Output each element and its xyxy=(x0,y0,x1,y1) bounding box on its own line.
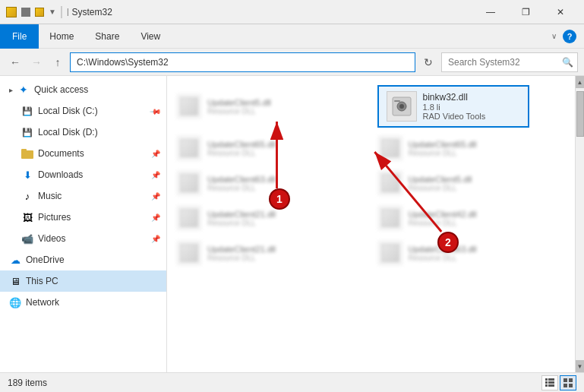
maximize-button[interactable]: ❐ xyxy=(508,0,543,24)
title-bar: ▼ | System32 — ❐ ✕ xyxy=(0,0,584,24)
svg-rect-10 xyxy=(545,378,548,381)
file-icon xyxy=(378,136,402,160)
file-name: UpdateClient5.dll xyxy=(409,175,472,184)
sidebar-label: Network xyxy=(26,297,160,308)
content-area[interactable]: UpdateClient5.dll Resource DLL xyxy=(167,76,575,372)
sidebar-label: Local Disk (C:) xyxy=(38,106,147,116)
file-type: Resource DLL xyxy=(207,184,276,192)
file-type: Resource DLL xyxy=(409,149,477,157)
music-icon: ♪ xyxy=(21,190,33,202)
svg-rect-18 xyxy=(563,384,567,387)
svg-rect-13 xyxy=(548,381,554,384)
view-buttons xyxy=(541,375,576,390)
sidebar-label: Quick access xyxy=(34,84,160,95)
search-input[interactable] xyxy=(448,57,562,68)
file-icon xyxy=(177,241,201,265)
file-name: UpdateClient63.dll xyxy=(207,175,276,184)
file-type: Resource DLL xyxy=(207,219,276,227)
refresh-button[interactable]: ↻ xyxy=(418,52,438,72)
file-name: UpdateClient63.dll xyxy=(409,245,477,254)
sidebar-item-quick-access[interactable]: ▸ ✦ Quick access xyxy=(0,79,166,100)
svg-rect-14 xyxy=(545,384,548,387)
menu-share[interactable]: Share xyxy=(84,24,130,49)
sidebar-item-documents[interactable]: Documents 📌 xyxy=(0,143,166,164)
file-type: Resource DLL xyxy=(409,254,477,262)
pin-icon-4: 📌 xyxy=(151,192,160,201)
scrollbar[interactable]: ▲ ▼ xyxy=(575,76,584,372)
file-item[interactable]: UpdateClient5.dll Resource DLL xyxy=(371,166,573,201)
sidebar-item-this-pc[interactable]: 🖥 This PC xyxy=(0,270,166,292)
file-icon xyxy=(378,171,402,195)
sidebar-item-onedrive[interactable]: ☁ OneDrive xyxy=(0,249,166,270)
search-box[interactable]: 🔍 xyxy=(441,52,578,72)
sidebar-item-videos[interactable]: 📹 Videos 📌 xyxy=(0,228,166,249)
sidebar-label: Downloads xyxy=(38,169,147,180)
expand-icon: ∨ xyxy=(551,32,557,40)
file-item[interactable]: UpdateClient63.dll Resource DLL xyxy=(371,236,573,270)
sidebar-item-local-d[interactable]: 💾 Local Disk (D:) xyxy=(0,122,166,143)
scroll-thumb[interactable] xyxy=(576,91,584,137)
menu-file[interactable]: File xyxy=(0,24,39,49)
svg-rect-5 xyxy=(394,100,400,102)
pin-icon-2: 📌 xyxy=(151,150,160,158)
sidebar-item-pictures[interactable]: 🖼 Pictures 📌 xyxy=(0,207,166,228)
file-type: Resource DLL xyxy=(409,219,477,227)
menu-expand: ∨ ? xyxy=(544,25,584,48)
file-item[interactable]: UpdateClient5.dll Resource DLL xyxy=(170,82,371,131)
file-type: Resource DLL xyxy=(207,107,271,115)
file-name: UpdateClient65.dll xyxy=(207,140,276,149)
downloads-icon: ⬇ xyxy=(21,169,33,181)
file-item[interactable]: UpdateClient21.dll Resource DLL xyxy=(170,201,371,236)
file-item[interactable]: UpdateClient21.dll Resource DLL xyxy=(170,236,371,270)
sidebar-item-local-c[interactable]: 💾 Local Disk (C:) 📌 xyxy=(0,100,166,122)
selected-file-size: 1.8 li xyxy=(423,103,486,112)
selected-file-container: binkw32.dll 1.8 li RAD Video Tools xyxy=(371,82,573,131)
file-type: Resource DLL xyxy=(409,184,472,192)
list-view-button[interactable] xyxy=(541,375,558,390)
star-icon: ✦ xyxy=(17,84,30,96)
forward-button[interactable]: → xyxy=(27,53,46,71)
address-bar: ← → ↑ ↻ 🔍 xyxy=(0,49,584,76)
file-name: UpdateClient21.dll xyxy=(207,245,276,254)
scroll-down[interactable]: ▼ xyxy=(576,360,585,372)
window-controls: — ❐ ✕ xyxy=(473,0,578,24)
grid-view-button[interactable] xyxy=(560,375,576,390)
sidebar-label: Documents xyxy=(38,148,147,159)
file-item[interactable]: UpdateClient42.dll Resource DLL xyxy=(371,201,573,236)
sidebar-label: Pictures xyxy=(38,212,147,223)
sidebar-item-network[interactable]: 🌐 Network xyxy=(0,292,166,313)
scroll-up[interactable]: ▲ xyxy=(576,76,585,88)
onedrive-icon: ☁ xyxy=(9,254,21,266)
selected-file-item[interactable]: binkw32.dll 1.8 li RAD Video Tools xyxy=(377,85,529,128)
title-icon-2 xyxy=(21,8,30,17)
title-dropdown-arrow: ▼ xyxy=(49,8,56,16)
svg-point-4 xyxy=(399,104,404,109)
svg-rect-17 xyxy=(569,378,573,382)
svg-rect-11 xyxy=(548,378,554,381)
pin-icon-3: 📌 xyxy=(151,171,160,179)
file-item[interactable]: UpdateClient65.dll Resource DLL xyxy=(170,131,371,166)
sidebar-item-downloads[interactable]: ⬇ Downloads 📌 xyxy=(0,164,166,185)
selected-file-author: RAD Video Tools xyxy=(423,112,486,121)
videos-icon: 📹 xyxy=(21,232,33,245)
file-name: UpdateClient21.dll xyxy=(207,210,276,219)
close-button[interactable]: ✕ xyxy=(543,0,578,24)
pin-icon-6: 📌 xyxy=(151,235,160,243)
window-title: System32 xyxy=(72,7,473,17)
minimize-button[interactable]: — xyxy=(473,0,508,24)
title-icon-1 xyxy=(6,7,17,17)
title-icon-3 xyxy=(35,8,44,17)
menu-home[interactable]: Home xyxy=(39,24,84,49)
file-icon xyxy=(378,241,402,265)
up-button[interactable]: ↑ xyxy=(49,53,67,71)
file-icon xyxy=(177,171,201,195)
help-button[interactable]: ? xyxy=(563,30,576,43)
title-icons: ▼ | xyxy=(6,6,69,18)
menu-view[interactable]: View xyxy=(130,24,171,49)
file-item[interactable]: UpdateClient65.dll Resource DLL xyxy=(371,131,573,166)
sidebar-item-music[interactable]: ♪ Music 📌 xyxy=(0,185,166,207)
address-input[interactable] xyxy=(70,52,415,72)
folder-icon xyxy=(21,147,33,160)
file-item[interactable]: UpdateClient63.dll Resource DLL xyxy=(170,166,371,201)
back-button[interactable]: ← xyxy=(6,53,24,71)
